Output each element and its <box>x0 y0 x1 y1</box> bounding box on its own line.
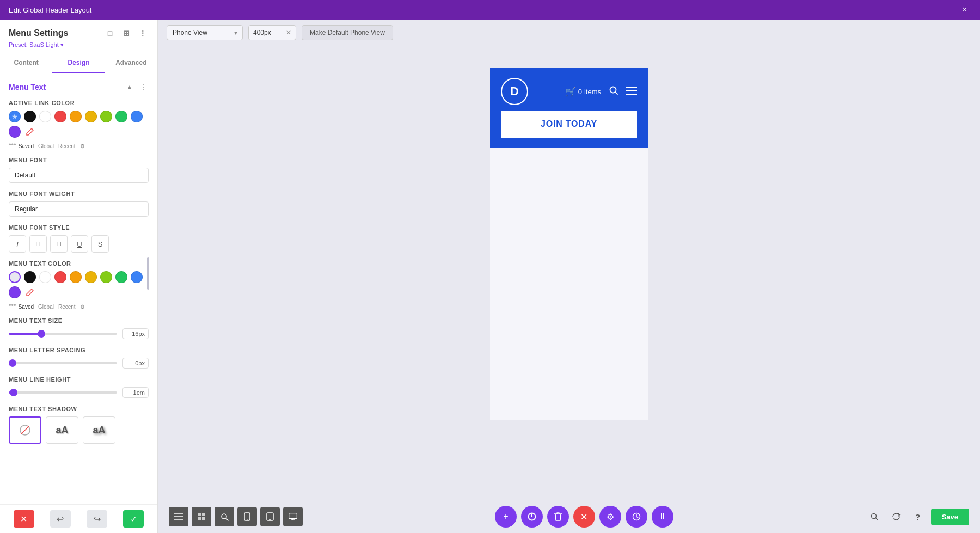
toolbar-tablet-icon[interactable] <box>260 507 280 526</box>
section-header: Menu Text ▲ ⋮ <box>9 82 149 92</box>
close-icon[interactable]: × <box>958 3 971 16</box>
width-clear-icon[interactable]: ✕ <box>281 26 296 40</box>
toolbar-phone-icon[interactable] <box>237 507 257 526</box>
tab-design[interactable]: Design <box>52 53 105 73</box>
collapse-icon[interactable]: ▲ <box>125 82 134 92</box>
color-swatch-orange[interactable] <box>70 111 82 122</box>
undo-button[interactable]: ↩ <box>50 510 71 528</box>
toolbar-search-icon[interactable] <box>215 507 234 526</box>
color-swatch-blue[interactable] <box>131 111 143 122</box>
shadow-medium[interactable]: aA <box>83 416 115 444</box>
menu-text-size-thumb[interactable] <box>38 330 45 338</box>
cancel-button[interactable]: ✕ <box>14 510 34 528</box>
menu-line-height-value[interactable]: 1em <box>122 387 149 398</box>
text-color-swatch-orange[interactable] <box>70 271 82 283</box>
menu-line-height-thumb[interactable] <box>10 389 17 396</box>
text-color-swatch-black[interactable] <box>24 271 36 283</box>
trash-button[interactable] <box>547 506 569 528</box>
text-color-swatch-white[interactable] <box>39 271 51 283</box>
sidebar-bottom-bar: ✕ ↩ ↪ ✓ <box>0 504 157 533</box>
color-swatch-green[interactable] <box>115 111 127 122</box>
saved-label[interactable]: Saved <box>19 143 34 149</box>
color-swatch-yellow[interactable] <box>85 111 97 122</box>
join-today-button[interactable]: JOIN TODAY <box>501 111 637 138</box>
font-style-allcaps[interactable]: TT <box>29 235 47 253</box>
search-icon[interactable] <box>609 85 618 98</box>
expand-icon[interactable]: ⊞ <box>120 27 132 39</box>
phone-header: D 🛒 0 items <box>490 68 648 148</box>
svg-rect-13 <box>202 517 205 520</box>
drag-handle-left[interactable] <box>147 257 149 290</box>
sidebar-title-row: Menu Settings □ ⊞ ⋮ <box>9 27 149 39</box>
shadow-options: aA aA <box>9 416 149 444</box>
preset-label[interactable]: Preset: SaaS Light ▾ <box>9 41 149 48</box>
menu-line-height-track[interactable] <box>9 391 117 394</box>
gear-button[interactable]: ⚙ <box>599 506 621 528</box>
phone-nav-right: 🛒 0 items <box>565 85 637 98</box>
text-color-swatch-red[interactable] <box>54 271 66 283</box>
text-recent-label[interactable]: Recent <box>58 304 76 310</box>
menu-font-select[interactable]: Default <box>9 168 149 183</box>
toolbar-list-icon[interactable] <box>169 507 188 526</box>
font-style-capitalize[interactable]: Tt <box>50 235 68 253</box>
color-swatch-red[interactable] <box>54 111 66 122</box>
pause-button[interactable]: ⏸ <box>652 506 673 528</box>
menu-text-size-value[interactable]: 16px <box>122 328 149 339</box>
confirm-button[interactable]: ✓ <box>123 510 144 528</box>
color-swatch-lime[interactable] <box>100 111 112 122</box>
section-header-icons: ▲ ⋮ <box>125 82 149 92</box>
toolbar-desktop-icon[interactable] <box>283 507 303 526</box>
color-pencil-active-link[interactable] <box>24 126 36 138</box>
text-global-label[interactable]: Global <box>38 304 54 310</box>
text-color-swatch-lime[interactable] <box>100 271 112 283</box>
text-color-swatch-green[interactable] <box>115 271 127 283</box>
bottom-search-icon[interactable] <box>866 508 883 525</box>
text-color-swatch-purple[interactable] <box>9 286 21 298</box>
svg-rect-20 <box>289 513 297 519</box>
hamburger-icon[interactable] <box>626 86 637 97</box>
global-label[interactable]: Global <box>38 143 54 149</box>
shadow-none[interactable] <box>9 416 41 444</box>
text-color-swatch-blue[interactable] <box>131 271 143 283</box>
logo-letter: D <box>510 84 519 99</box>
color-settings-icon[interactable]: ⚙ <box>80 143 85 149</box>
tab-advanced[interactable]: Advanced <box>105 53 157 73</box>
color-pencil-text[interactable] <box>24 286 36 298</box>
color-swatch-black[interactable] <box>24 111 36 122</box>
width-input[interactable] <box>249 26 281 40</box>
color-picker-swatch[interactable] <box>9 111 21 122</box>
redo-icon: ↪ <box>94 514 101 524</box>
view-select-wrapper: Phone View Tablet View Desktop View ▼ <box>167 25 243 40</box>
text-saved-label[interactable]: Saved <box>19 304 34 310</box>
menu-letter-spacing-value[interactable]: 0px <box>122 358 149 369</box>
menu-letter-spacing-track[interactable] <box>9 362 117 364</box>
menu-letter-spacing-thumb[interactable] <box>9 359 16 367</box>
make-default-phone-view-button[interactable]: Make Default Phone View <box>302 25 393 40</box>
font-style-underline[interactable]: U <box>71 235 88 253</box>
font-style-strikethrough[interactable]: S <box>91 235 109 253</box>
tab-content[interactable]: Content <box>0 53 52 73</box>
more-icon[interactable]: ⋮ <box>137 27 149 39</box>
toolbar-grid-icon[interactable] <box>192 507 211 526</box>
add-button[interactable]: + <box>495 506 517 528</box>
view-select[interactable]: Phone View Tablet View Desktop View <box>167 25 243 40</box>
section-more-icon[interactable]: ⋮ <box>139 82 149 92</box>
text-color-swatch-active[interactable] <box>9 271 21 283</box>
preview-icon[interactable]: □ <box>104 27 116 39</box>
history-button[interactable] <box>626 506 647 528</box>
recent-label[interactable]: Recent <box>58 143 76 149</box>
power-button[interactable] <box>521 506 543 528</box>
color-swatch-purple[interactable] <box>9 126 21 138</box>
menu-font-weight-select[interactable]: Regular <box>9 201 149 217</box>
redo-button[interactable]: ↪ <box>87 510 107 528</box>
bottom-help-icon[interactable]: ? <box>909 508 927 525</box>
save-button[interactable]: Save <box>931 509 969 525</box>
bottom-refresh-icon[interactable] <box>887 508 905 525</box>
color-swatch-white[interactable] <box>39 111 51 122</box>
close-button[interactable]: ✕ <box>573 506 595 528</box>
text-color-settings-icon[interactable]: ⚙ <box>80 304 85 310</box>
font-style-italic[interactable]: I <box>9 235 26 253</box>
shadow-light[interactable]: aA <box>46 416 78 444</box>
text-color-swatch-yellow[interactable] <box>85 271 97 283</box>
menu-text-size-track[interactable] <box>9 333 117 335</box>
